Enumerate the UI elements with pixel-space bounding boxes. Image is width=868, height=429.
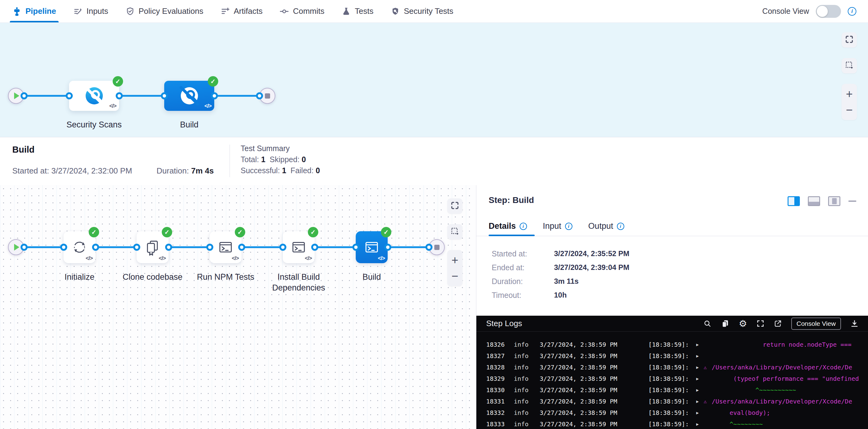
panel-tab-details[interactable]: Detailsi (489, 221, 527, 231)
log-expand-caret[interactable]: ▶ (696, 342, 699, 347)
fullscreen-icon (845, 35, 854, 45)
tab-pipeline[interactable]: Pipeline (12, 0, 56, 23)
detail-value: 3/27/2024, 2:35:52 PM (554, 249, 629, 258)
step-panel: Step: Build DetailsiInputiOutputi Starte… (476, 185, 868, 429)
log-time: [18:38:59]: (648, 364, 689, 371)
stage-security-scans: ✓</>Security Scans (69, 81, 119, 111)
skipped-label: Skipped: (270, 155, 300, 164)
zoom-out-button[interactable]: − (846, 104, 852, 116)
code-template-icon: </> (205, 103, 212, 109)
tab-commits[interactable]: Commits (280, 0, 324, 23)
panel-tab-input[interactable]: Inputi (543, 221, 572, 231)
stage-card[interactable]: ✓</> (164, 81, 214, 111)
log-expand-caret[interactable]: ▶ (696, 376, 699, 381)
log-expand-caret[interactable]: ▶ (696, 410, 699, 415)
zoom-out-button[interactable]: − (452, 270, 458, 282)
connector-edge (24, 246, 64, 248)
search-icon[interactable] (703, 319, 712, 328)
stage-graph: ✓</>Security Scans✓</>Build (8, 81, 275, 111)
step-card[interactable]: ✓</> (283, 231, 315, 263)
play-icon (14, 92, 19, 99)
step-card[interactable]: ✓</> (136, 231, 168, 263)
log-expand-caret[interactable]: ▶ (696, 354, 699, 358)
download-logs-icon[interactable] (850, 319, 859, 328)
status-success-icon: ✓ (208, 76, 218, 87)
code-template-icon: </> (86, 255, 93, 262)
copy-icon[interactable] (721, 319, 730, 328)
step-card[interactable]: ✓</> (64, 231, 95, 263)
layout-right-panel-icon[interactable] (787, 196, 800, 206)
zoom-in-button[interactable]: + (846, 88, 852, 100)
log-expand-caret[interactable]: ▶ (696, 365, 699, 370)
log-message: /Users/anka/Library/Developer/Xcode/De (712, 398, 852, 405)
log-row: 18330info3/27/2024, 2:38:59 PM[18:38:59]… (476, 384, 868, 396)
log-list: 18326info3/27/2024, 2:38:59 PM[18:38:59]… (476, 332, 868, 429)
terminal-icon (217, 238, 235, 256)
stage-graph-area: ✓</>Security Scans✓</>Build + − (0, 23, 868, 137)
zoom-in-button[interactable]: + (452, 254, 458, 266)
status-success-icon: ✓ (381, 227, 391, 237)
settings-gear-icon[interactable]: ⚙ (739, 319, 747, 328)
log-message: ^~~~~~~~~ (704, 420, 763, 428)
console-view-button[interactable]: Console View (791, 317, 841, 330)
detail-label: Ended at: (492, 263, 554, 272)
stage-card[interactable]: ✓</> (69, 81, 119, 111)
log-row: 18329info3/27/2024, 2:38:59 PM[18:38:59]… (476, 373, 868, 384)
log-message: (typeof performance === "undefined (704, 375, 859, 382)
connector-edge (24, 95, 69, 97)
tab-security-tests[interactable]: Security Tests (391, 0, 453, 23)
pipeline-icon (12, 7, 22, 16)
log-expand-caret[interactable]: ▶ (696, 422, 699, 427)
failed-value: 0 (316, 166, 320, 175)
step-panel-title: Step: Build (489, 195, 534, 205)
log-level: info (514, 375, 529, 382)
tab-label: Tests (355, 6, 374, 16)
log-row: 18331info3/27/2024, 2:38:59 PM[18:38:59]… (476, 396, 868, 407)
tab-tests[interactable]: Tests (342, 0, 374, 23)
marquee-select-icon (845, 61, 854, 71)
log-date: 3/27/2024, 2:38:59 PM (539, 420, 619, 428)
log-expand-caret[interactable]: ▶ (696, 388, 699, 393)
code-template-icon: </> (378, 255, 385, 262)
open-external-icon[interactable] (774, 319, 782, 328)
status-success-icon: ✓ (235, 227, 245, 237)
connector-edge (315, 246, 356, 248)
connector-edge (388, 246, 429, 248)
tab-label: Security Tests (404, 6, 453, 16)
nav-tabs: PipelineInputsPolicy EvaluationsArtifact… (12, 0, 453, 23)
connector-edge (95, 246, 136, 248)
stop-icon (265, 93, 270, 99)
fullscreen-button[interactable] (842, 32, 857, 48)
panel-tab-label: Details (489, 221, 516, 231)
minimize-panel-icon[interactable] (848, 201, 856, 202)
tabs-divider (476, 236, 868, 236)
policy-icon (126, 7, 135, 16)
log-level: info (514, 420, 529, 428)
info-icon[interactable]: i (565, 223, 572, 230)
stage-summary: Build Started at: 3/27/2024, 2:32:00 PM … (0, 137, 868, 185)
step-card[interactable]: ✓</> (210, 231, 242, 263)
tab-policy-evaluations[interactable]: Policy Evaluations (126, 0, 204, 23)
console-view-toggle[interactable] (816, 5, 841, 18)
log-expand-caret[interactable]: ▶ (696, 399, 699, 404)
marquee-select-button[interactable] (842, 58, 857, 73)
step-card[interactable]: ✓</> (356, 231, 388, 263)
terminal-icon (290, 238, 308, 256)
tab-artifacts[interactable]: Artifacts (221, 0, 263, 23)
detail-label: Timeout: (492, 291, 554, 300)
skipped-value: 0 (302, 155, 306, 164)
panel-tab-output[interactable]: Outputi (588, 221, 624, 231)
expand-logs-icon[interactable] (756, 319, 765, 328)
step-canvas[interactable]: ✓</>Initialize✓</>Clone codebase✓</>Run … (0, 185, 476, 429)
marquee-select-button[interactable] (447, 224, 463, 240)
layout-floating-panel-icon[interactable] (828, 196, 840, 206)
info-icon[interactable]: i (617, 223, 624, 230)
zoom-controls: + − (842, 84, 857, 120)
info-icon[interactable]: i (520, 223, 527, 230)
fullscreen-button[interactable] (447, 198, 463, 214)
layout-bottom-panel-icon[interactable] (808, 196, 820, 206)
log-date: 3/27/2024, 2:38:59 PM (539, 352, 619, 360)
stage-started: Started at: 3/27/2024, 2:32:00 PM (12, 166, 132, 176)
info-icon[interactable]: i (848, 7, 856, 16)
tab-inputs[interactable]: Inputs (73, 0, 108, 23)
